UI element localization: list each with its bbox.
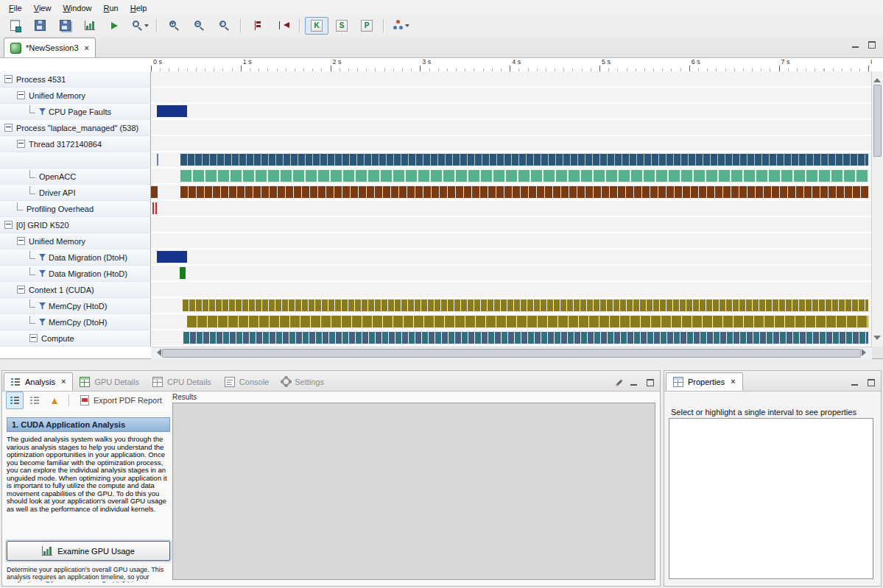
- timeline-row-label[interactable]: MemCpy (HtoD): [0, 298, 151, 314]
- timeline-track[interactable]: [151, 330, 872, 347]
- tab-session[interactable]: *NewSession3: [4, 38, 96, 57]
- timeline-track[interactable]: [151, 71, 872, 88]
- timeline-row-label[interactable]: OpenACC: [0, 169, 151, 185]
- collapse-toggle-icon[interactable]: [17, 237, 25, 245]
- menu-item-view[interactable]: View: [28, 2, 57, 14]
- horizontal-scrollbar[interactable]: [151, 347, 872, 359]
- search-settings-button[interactable]: [128, 17, 152, 35]
- scroll-right-icon[interactable]: [862, 349, 870, 356]
- save-all-button[interactable]: [53, 17, 77, 35]
- timeline-row-label[interactable]: [0] GRID K520: [0, 217, 151, 233]
- vertical-scroll-thumb[interactable]: [873, 85, 882, 157]
- timeline-row-label[interactable]: Data Migration (DtoH): [0, 249, 151, 266]
- timeline-interval[interactable]: [187, 316, 868, 327]
- guided-analysis-button[interactable]: [6, 392, 24, 409]
- maximize-icon[interactable]: [645, 378, 655, 387]
- timeline-track[interactable]: [151, 120, 872, 136]
- timeline-interval[interactable]: [183, 332, 869, 344]
- timeline-interval[interactable]: [157, 251, 187, 263]
- source-s-button[interactable]: S: [330, 17, 353, 35]
- timeline-track[interactable]: [151, 233, 872, 249]
- scroll-left-icon[interactable]: [153, 349, 161, 356]
- unguided-analysis-button[interactable]: [26, 392, 43, 409]
- scroll-down-icon[interactable]: [873, 336, 881, 344]
- maximize-icon[interactable]: [867, 40, 877, 49]
- timeline-row-label[interactable]: Data Migration (HtoD): [0, 266, 151, 282]
- back-button[interactable]: [46, 392, 63, 409]
- close-icon[interactable]: [60, 378, 66, 386]
- zoom-in-button[interactable]: +: [162, 17, 186, 35]
- timeline-track[interactable]: [151, 314, 872, 330]
- pc-p-button[interactable]: P: [355, 17, 379, 35]
- new-session-button[interactable]: [3, 17, 27, 35]
- export-pdf-button[interactable]: Export PDF Report: [75, 394, 167, 407]
- collapse-toggle-icon[interactable]: [4, 124, 13, 132]
- close-icon[interactable]: [83, 44, 89, 52]
- timeline-track[interactable]: [151, 152, 872, 169]
- export-button[interactable]: [103, 17, 127, 35]
- timeline-row-label[interactable]: CPU Page Faults: [0, 104, 151, 120]
- timeline-track[interactable]: [151, 298, 872, 314]
- timeline-track[interactable]: [151, 88, 872, 104]
- run-analysis-button[interactable]: [389, 17, 412, 35]
- timeline-track[interactable]: [151, 201, 872, 217]
- collapse-toggle-icon[interactable]: [17, 140, 25, 148]
- timeline-track[interactable]: [151, 104, 872, 120]
- timeline-row-label[interactable]: MemCpy (DtoH): [0, 314, 151, 330]
- minimize-icon[interactable]: [851, 40, 861, 49]
- timeline-track[interactable]: [151, 136, 872, 152]
- timeline-row-label[interactable]: Context 1 (CUDA): [0, 282, 151, 298]
- timeline-row-label[interactable]: Process 4531: [0, 71, 151, 88]
- timeline-track[interactable]: [151, 249, 872, 266]
- timeline-row-label[interactable]: Thread 3172140864: [0, 136, 151, 152]
- tab-cpu-details[interactable]: CPU Details: [146, 372, 218, 391]
- timeline-track[interactable]: [151, 282, 872, 298]
- tab-gpu-details[interactable]: GPU Details: [73, 372, 146, 391]
- menu-item-run[interactable]: Run: [98, 2, 124, 14]
- collapse-toggle-icon[interactable]: [17, 91, 25, 99]
- kernel-k-button[interactable]: K: [305, 17, 328, 35]
- save-button[interactable]: [28, 17, 52, 35]
- timeline-row-label[interactable]: Driver API: [0, 185, 151, 201]
- horizontal-scroll-thumb[interactable]: [162, 349, 861, 358]
- timeline-interval[interactable]: [180, 267, 186, 279]
- next-marker-button[interactable]: [246, 17, 270, 35]
- timeline-ruler[interactable]: 0 s1 s2 s3 s4 s5 s6 s7 s8 s: [151, 57, 872, 72]
- close-icon[interactable]: [729, 378, 735, 386]
- collapse-toggle-icon[interactable]: [4, 75, 13, 83]
- tab-analysis[interactable]: Analysis: [4, 372, 73, 391]
- collapse-toggle-icon[interactable]: [29, 334, 38, 342]
- timeline-interval[interactable]: [152, 202, 154, 214]
- examine-gpu-usage-button[interactable]: Examine GPU Usage: [7, 541, 170, 561]
- menu-item-window[interactable]: Window: [57, 2, 97, 14]
- zoom-out-button[interactable]: −: [187, 17, 211, 35]
- scroll-up-icon[interactable]: [873, 74, 881, 82]
- collapse-toggle-icon[interactable]: [17, 286, 25, 294]
- menu-item-help[interactable]: Help: [124, 2, 153, 14]
- timeline-interval[interactable]: [180, 154, 868, 166]
- prev-marker-button[interactable]: [271, 17, 295, 35]
- timeline-track[interactable]: [151, 217, 872, 233]
- collapse-toggle-icon[interactable]: [4, 221, 13, 229]
- chart-button[interactable]: [78, 17, 102, 35]
- timeline-interval[interactable]: [183, 300, 869, 311]
- vertical-scrollbar[interactable]: [871, 71, 883, 347]
- zoom-fit-button[interactable]: ▫: [212, 17, 236, 35]
- view-menu-icon[interactable]: [616, 379, 623, 386]
- maximize-icon[interactable]: [866, 378, 876, 387]
- menu-item-file[interactable]: File: [3, 2, 28, 14]
- timeline-row-label[interactable]: Unified Memory: [0, 88, 151, 104]
- timeline-interval[interactable]: [151, 186, 158, 198]
- timeline-row-label[interactable]: Profiling Overhead: [0, 201, 151, 217]
- tab-settings[interactable]: Settings: [275, 372, 331, 391]
- timeline-interval[interactable]: [157, 154, 158, 166]
- timeline-interval[interactable]: [180, 186, 868, 198]
- tab-properties[interactable]: Properties: [666, 372, 743, 391]
- minimize-icon[interactable]: [629, 378, 639, 387]
- timeline-interval[interactable]: [180, 170, 868, 182]
- timeline-track[interactable]: [151, 266, 872, 282]
- timeline-interval[interactable]: [155, 202, 157, 214]
- timeline-row-label[interactable]: Compute: [0, 330, 151, 347]
- timeline-row-label[interactable]: Process "laplace_managed" (538): [0, 120, 151, 136]
- timeline-track[interactable]: [151, 169, 872, 185]
